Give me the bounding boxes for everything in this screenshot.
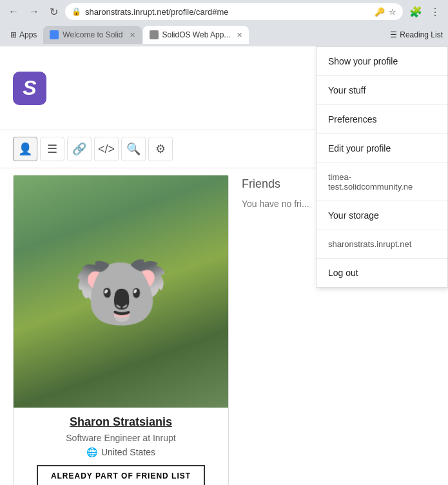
- apps-button[interactable]: ⊞ Apps: [5, 28, 42, 42]
- dropdown-edit-profile[interactable]: Edit your profile: [317, 134, 447, 163]
- code-tab-icon: </>: [98, 143, 115, 156]
- reading-list-label: Reading List: [400, 30, 443, 39]
- code-tab-button[interactable]: </>: [94, 137, 119, 161]
- more-button[interactable]: ⋮: [427, 5, 443, 19]
- tab-close-solid[interactable]: ✕: [237, 31, 242, 39]
- settings-tab-button[interactable]: ⚙: [148, 137, 173, 161]
- profile-location: 🌐 United States: [24, 447, 218, 457]
- koala-image: 🐨: [14, 175, 228, 408]
- profile-job: Software Engineer at Inrupt: [24, 433, 218, 443]
- dropdown-your-stuff[interactable]: Your stuff: [317, 76, 447, 105]
- tab-close-welcome[interactable]: ✕: [130, 31, 135, 39]
- browser-top-bar: ← → ↻ 🔒 sharonstrats.inrupt.net/profile/…: [0, 0, 448, 23]
- tab-favicon-solid: [150, 30, 159, 39]
- friend-list-button[interactable]: ALREADY PART OF FRIEND LIST: [37, 465, 205, 485]
- dropdown-preferences[interactable]: Preferences: [317, 105, 447, 134]
- dropdown-show-profile[interactable]: Show your profile: [317, 47, 447, 76]
- search-tab-button[interactable]: 🔍: [121, 137, 146, 161]
- dropdown-menu: Show your profile Your stuff Preferences…: [316, 46, 448, 288]
- profile-name: Sharon Stratsianis: [24, 415, 218, 429]
- main-area: S 🧑 ? 👤 ☰ 🔗: [0, 46, 448, 485]
- profile-tab-icon: 👤: [18, 142, 32, 156]
- tab-label-solid: SolidOS Web App...: [162, 30, 231, 39]
- links-tab-icon: 🔗: [72, 142, 86, 156]
- tabs-bar: ⊞ Apps Welcome to Solid ✕ SolidOS Web Ap…: [0, 23, 448, 46]
- apps-label: Apps: [19, 30, 37, 39]
- links-tab-button[interactable]: 🔗: [67, 137, 92, 161]
- reload-button[interactable]: ↻: [46, 5, 61, 19]
- page-content: S 🧑 ? 👤 ☰ 🔗: [0, 46, 448, 485]
- profile-tab-button[interactable]: 👤: [13, 137, 37, 161]
- address-text: sharonstrats.inrupt.net/profile/card#me: [85, 7, 371, 17]
- dropdown-logout[interactable]: Log out: [317, 259, 447, 287]
- reading-list-icon: ☰: [390, 30, 397, 39]
- solid-s-letter: S: [23, 76, 36, 100]
- apps-grid-icon: ⊞: [10, 30, 17, 39]
- key-icon: 🔑: [375, 7, 385, 17]
- settings-tab-icon: ⚙: [155, 142, 166, 156]
- dropdown-your-storage[interactable]: Your storage: [317, 201, 447, 230]
- profile-card: 🐨 Sharon Stratsianis Software Engineer a…: [13, 175, 229, 485]
- browser-actions: 🧩 ⋮: [407, 5, 443, 19]
- profile-info: Sharon Stratsianis Software Engineer at …: [14, 408, 228, 485]
- back-button[interactable]: ←: [5, 5, 22, 19]
- address-bar[interactable]: 🔒 sharonstrats.inrupt.net/profile/card#m…: [65, 3, 403, 20]
- location-text: United States: [101, 447, 155, 457]
- solid-logo: S: [13, 72, 46, 105]
- search-tab-icon: 🔍: [126, 142, 141, 156]
- list-tab-button[interactable]: ☰: [40, 137, 64, 161]
- tab-label-welcome: Welcome to Solid: [63, 30, 122, 39]
- browser-chrome: ← → ↻ 🔒 sharonstrats.inrupt.net/profile/…: [0, 0, 448, 46]
- globe-icon: 🌐: [86, 447, 97, 457]
- profile-photo: 🐨: [14, 175, 228, 408]
- lock-icon: 🔒: [72, 7, 81, 16]
- dropdown-url-2[interactable]: sharonstrats.inrupt.net: [317, 230, 447, 259]
- tab-favicon-welcome: [50, 30, 59, 39]
- extensions-button[interactable]: 🧩: [407, 5, 425, 19]
- reading-list-button[interactable]: ☰ Reading List: [390, 30, 443, 39]
- star-icon: ☆: [389, 7, 396, 17]
- forward-button[interactable]: →: [26, 5, 43, 19]
- dropdown-url-1[interactable]: timea-test.solidcommunity.ne: [317, 163, 447, 201]
- tab-welcome-solid[interactable]: Welcome to Solid ✕: [43, 26, 141, 44]
- list-tab-icon: ☰: [47, 142, 57, 156]
- tab-solidOS[interactable]: SolidOS Web App... ✕: [143, 26, 249, 44]
